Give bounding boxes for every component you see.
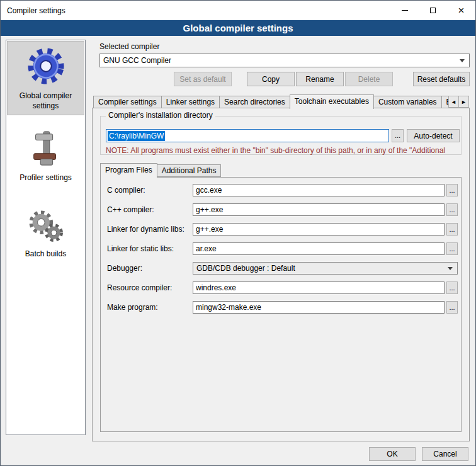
chevron-down-icon: [460, 59, 465, 62]
linker-dynamic-input[interactable]: [193, 223, 445, 236]
browse-button[interactable]: ...: [446, 203, 458, 216]
tab-program-files[interactable]: Program Files: [100, 163, 157, 178]
linker-dynamic-label: Linker for dynamic libs:: [107, 225, 184, 234]
sidebar-item-global-compiler-settings[interactable]: Global compiler settings: [8, 42, 84, 115]
chevron-down-icon: [448, 267, 453, 270]
tab-scroll-right-icon[interactable]: ►: [458, 96, 469, 108]
toolchain-executables-panel: Compiler's installation directory C:\ray…: [92, 108, 470, 441]
tab-linker-settings[interactable]: Linker settings: [161, 96, 220, 108]
bin-subdirectory-note: NOTE: All programs must exist either in …: [106, 146, 458, 155]
compiler-select-value: GNU GCC Compiler: [100, 56, 171, 65]
close-button[interactable]: ×: [447, 1, 475, 20]
cancel-button[interactable]: Cancel: [422, 447, 468, 461]
browse-button[interactable]: ...: [446, 223, 458, 236]
tab-scroll-left-icon[interactable]: ◄: [448, 96, 459, 108]
reset-defaults-button[interactable]: Reset defaults: [413, 72, 470, 86]
debugger-select[interactable]: GDB/CDB debugger : Default: [193, 262, 458, 275]
browse-button[interactable]: ...: [446, 301, 458, 314]
delete-button[interactable]: Delete: [345, 72, 393, 86]
resource-compiler-label: Resource compiler:: [107, 283, 172, 292]
c-compiler-label: C compiler:: [107, 186, 145, 195]
set-as-default-button[interactable]: Set as default: [174, 72, 232, 86]
browse-button[interactable]: ...: [446, 184, 458, 196]
sidebar-item-label: Global compiler settings: [9, 91, 82, 111]
sidebar-item-profiler-settings[interactable]: Profiler settings: [8, 125, 84, 187]
window-controls: ×: [390, 1, 475, 20]
window-title: Compiler settings: [7, 6, 65, 15]
install-dir-browse-button[interactable]: ...: [392, 129, 404, 142]
sidebar-item-label: Batch builds: [25, 249, 66, 259]
make-program-input[interactable]: [193, 301, 445, 314]
compiler-select[interactable]: GNU GCC Compiler: [99, 54, 470, 67]
selected-compiler-label: Selected compiler: [99, 42, 159, 51]
compiler-button-row: Set as default Copy Rename Delete Reset …: [99, 72, 470, 86]
debugger-select-value: GDB/CDB debugger : Default: [193, 264, 295, 273]
linker-static-label: Linker for static libs:: [107, 244, 174, 253]
install-dir-selected-text: C:\raylib\MinGW: [108, 131, 165, 141]
minimize-icon: [402, 10, 408, 11]
profiler-tool-icon: [28, 130, 64, 168]
dialog-banner: Global compiler settings: [1, 20, 475, 36]
minimize-button[interactable]: [390, 1, 419, 20]
cpp-compiler-input[interactable]: [193, 203, 445, 216]
category-sidebar: Global compiler settings Profiler settin…: [6, 40, 86, 435]
browse-button[interactable]: ...: [446, 242, 458, 255]
make-program-label: Make program:: [107, 303, 158, 312]
sidebar-item-batch-builds[interactable]: Batch builds: [8, 203, 84, 263]
install-dir-input[interactable]: C:\raylib\MinGW: [106, 129, 389, 142]
resource-compiler-input[interactable]: [193, 281, 445, 294]
tab-toolchain-executables[interactable]: Toolchain executables: [290, 94, 374, 109]
installation-directory-legend: Compiler's installation directory: [106, 111, 215, 120]
rename-button[interactable]: Rename: [296, 72, 344, 86]
program-files-tab-bar: Program Files Additional Paths: [100, 163, 221, 177]
ok-button[interactable]: OK: [369, 447, 416, 461]
tab-scroll-buttons: ◄ ►: [449, 96, 469, 108]
maximize-button[interactable]: [419, 1, 447, 20]
debugger-label: Debugger:: [107, 264, 142, 273]
copy-button[interactable]: Copy: [247, 72, 295, 86]
tab-compiler-settings[interactable]: Compiler settings: [93, 96, 162, 108]
compiler-settings-window: Compiler settings × Global compiler sett…: [0, 0, 476, 466]
browse-button[interactable]: ...: [446, 281, 458, 294]
auto-detect-button[interactable]: Auto-detect: [407, 129, 460, 142]
sidebar-item-label: Profiler settings: [20, 173, 72, 183]
title-bar: Compiler settings ×: [1, 1, 475, 20]
installation-directory-group: Compiler's installation directory C:\ray…: [100, 116, 462, 155]
tab-search-directories[interactable]: Search directories: [219, 96, 290, 108]
c-compiler-input[interactable]: [193, 184, 445, 196]
tab-custom-variables[interactable]: Custom variables: [373, 96, 442, 108]
gray-gears-icon: [26, 208, 65, 244]
main-tab-bar: Compiler settings Linker settings Search…: [93, 94, 463, 108]
cpp-compiler-label: C++ compiler:: [107, 205, 154, 214]
tab-additional-paths[interactable]: Additional Paths: [157, 164, 222, 177]
program-files-panel: C compiler: ... C++ compiler: ... Linker…: [100, 177, 462, 432]
blue-gear-icon: [26, 47, 65, 86]
maximize-icon: [430, 8, 436, 13]
linker-static-input[interactable]: [193, 242, 445, 255]
